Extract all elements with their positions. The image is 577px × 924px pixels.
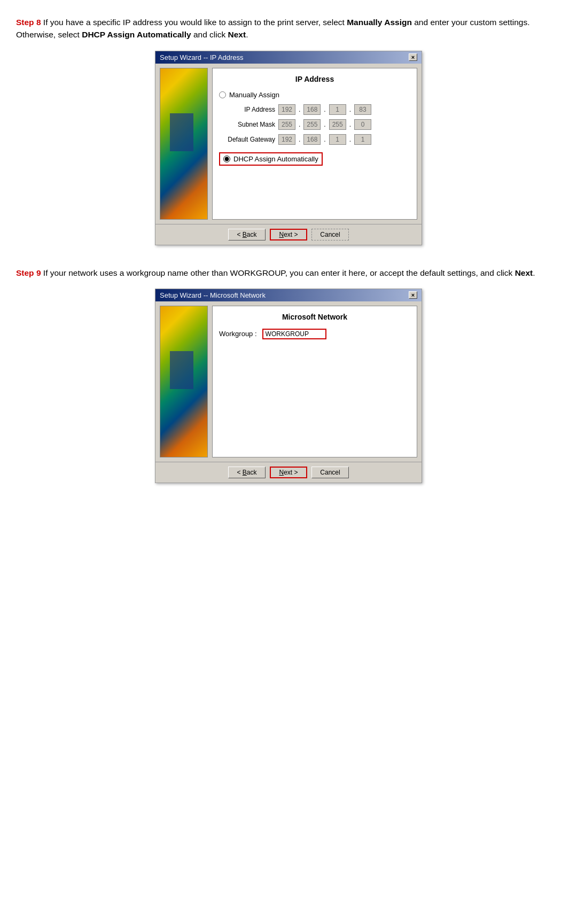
- dialog1-body: IP Address Manually Assign IP Address 19…: [155, 64, 422, 224]
- subnet-mask-label: Subnet Mask: [219, 121, 275, 128]
- gateway-octet-2: 168: [303, 134, 321, 145]
- dialog1-titlebar: Setup Wizard -- IP Address ×: [155, 51, 422, 64]
- dialog1-close-button[interactable]: ×: [409, 53, 417, 61]
- dhcp-selected-container: DHCP Assign Automatically: [219, 152, 323, 166]
- dialog2-cancel-button[interactable]: Cancel: [311, 467, 349, 478]
- subnet-octet-3: 255: [329, 119, 346, 130]
- ip-octet-2: 168: [303, 104, 321, 115]
- dialog1-cancel-button[interactable]: Cancel: [311, 229, 349, 240]
- ip-address-dialog: Setup Wizard -- IP Address × IP Address …: [155, 51, 422, 245]
- dialog1-back-button[interactable]: < Back: [228, 229, 266, 240]
- dhcp-radio[interactable]: [223, 156, 230, 162]
- manually-assign-radio[interactable]: [219, 91, 226, 98]
- step8-text: Step 8 If you have a specific IP address…: [16, 16, 561, 41]
- dialog1-next-button[interactable]: Next >: [270, 229, 307, 240]
- dialog1-footer: < Back Next > Cancel: [155, 224, 422, 245]
- ip-address-row: IP Address 192 . 168 . 1 . 83: [219, 104, 410, 115]
- dialog2-close-button[interactable]: ×: [409, 291, 417, 299]
- workgroup-input[interactable]: [262, 329, 326, 339]
- dialog2-titlebar: Setup Wizard -- Microsoft Network ×: [155, 289, 422, 301]
- ip-octet-3: 1: [329, 104, 346, 115]
- dialog1-image: [160, 68, 208, 220]
- default-gateway-row: Default Gateway 192 . 168 . 1 . 1: [219, 134, 410, 145]
- ip-octet-1: 192: [278, 104, 295, 115]
- step9-label: Step 9: [16, 268, 41, 277]
- dialog2-image-inner: [160, 306, 207, 457]
- gateway-octet-1: 192: [278, 134, 295, 145]
- dialog2-section-title: Microsoft Network: [219, 313, 410, 321]
- gateway-octet-4: 1: [354, 134, 371, 145]
- dialog1-title: Setup Wizard -- IP Address: [160, 53, 244, 61]
- microsoft-network-dialog: Setup Wizard -- Microsoft Network × Micr…: [155, 289, 422, 483]
- dhcp-row: DHCP Assign Automatically: [219, 152, 410, 166]
- dialog2-content: Microsoft Network Workgroup :: [212, 306, 417, 457]
- workgroup-label: Workgroup :: [219, 330, 257, 338]
- dialog1-section-title: IP Address: [219, 75, 410, 83]
- dialog2-body: Microsoft Network Workgroup :: [155, 301, 422, 462]
- step9-text: Step 9 If your network uses a workgroup …: [16, 267, 561, 279]
- dialog1-image-inner: [160, 68, 207, 219]
- subnet-octet-4: 0: [354, 119, 371, 130]
- step8-label: Step 8: [16, 18, 41, 27]
- ip-address-label: IP Address: [219, 106, 275, 113]
- subnet-octet-1: 255: [278, 119, 295, 130]
- dialog2-footer: < Back Next > Cancel: [155, 462, 422, 483]
- gateway-octet-3: 1: [329, 134, 346, 145]
- subnet-octet-2: 255: [303, 119, 321, 130]
- dialog2-image: [160, 306, 208, 457]
- default-gateway-label: Default Gateway: [219, 136, 275, 143]
- dialog2-back-button[interactable]: < Back: [228, 467, 266, 478]
- dialog2-next-button[interactable]: Next >: [270, 467, 307, 478]
- dhcp-label: DHCP Assign Automatically: [233, 155, 318, 163]
- ip-octet-4: 83: [354, 104, 371, 115]
- manually-assign-label: Manually Assign: [229, 91, 279, 99]
- workgroup-row: Workgroup :: [219, 329, 410, 339]
- dialog2-title: Setup Wizard -- Microsoft Network: [160, 291, 266, 299]
- manually-assign-row: Manually Assign: [219, 91, 410, 99]
- dialog1-content: IP Address Manually Assign IP Address 19…: [212, 68, 417, 220]
- subnet-mask-row: Subnet Mask 255 . 255 . 255 . 0: [219, 119, 410, 130]
